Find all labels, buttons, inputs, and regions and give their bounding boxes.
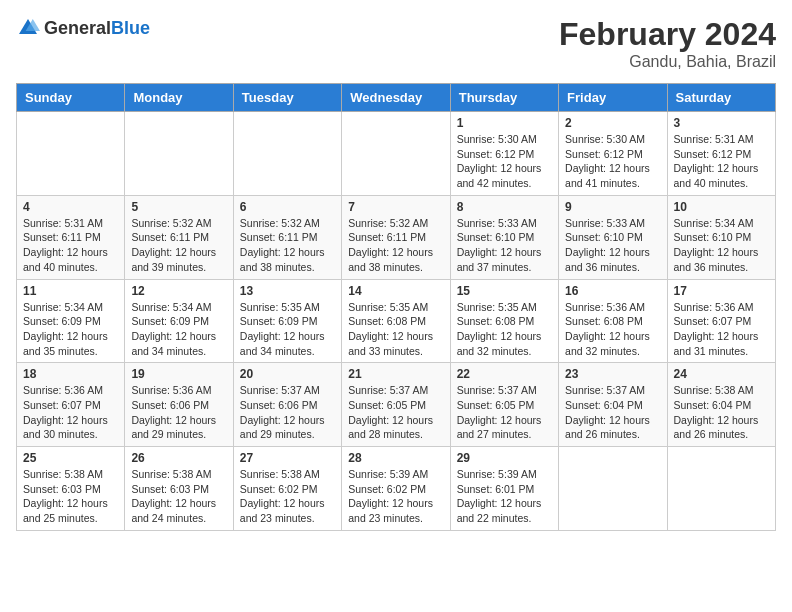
calendar-cell: 25Sunrise: 5:38 AM Sunset: 6:03 PM Dayli… <box>17 447 125 531</box>
calendar-week-row: 18Sunrise: 5:36 AM Sunset: 6:07 PM Dayli… <box>17 363 776 447</box>
weekday-header-row: SundayMondayTuesdayWednesdayThursdayFrid… <box>17 84 776 112</box>
day-number: 22 <box>457 367 552 381</box>
day-info: Sunrise: 5:33 AM Sunset: 6:10 PM Dayligh… <box>457 216 552 275</box>
day-number: 17 <box>674 284 769 298</box>
calendar-cell: 8Sunrise: 5:33 AM Sunset: 6:10 PM Daylig… <box>450 195 558 279</box>
calendar-header: SundayMondayTuesdayWednesdayThursdayFrid… <box>17 84 776 112</box>
weekday-header-wednesday: Wednesday <box>342 84 450 112</box>
calendar-cell: 21Sunrise: 5:37 AM Sunset: 6:05 PM Dayli… <box>342 363 450 447</box>
day-info: Sunrise: 5:34 AM Sunset: 6:09 PM Dayligh… <box>23 300 118 359</box>
calendar-cell: 27Sunrise: 5:38 AM Sunset: 6:02 PM Dayli… <box>233 447 341 531</box>
day-number: 19 <box>131 367 226 381</box>
calendar-body: 1Sunrise: 5:30 AM Sunset: 6:12 PM Daylig… <box>17 112 776 531</box>
day-number: 1 <box>457 116 552 130</box>
day-number: 14 <box>348 284 443 298</box>
day-number: 2 <box>565 116 660 130</box>
day-number: 4 <box>23 200 118 214</box>
day-info: Sunrise: 5:38 AM Sunset: 6:03 PM Dayligh… <box>131 467 226 526</box>
calendar-cell: 28Sunrise: 5:39 AM Sunset: 6:02 PM Dayli… <box>342 447 450 531</box>
calendar-cell: 24Sunrise: 5:38 AM Sunset: 6:04 PM Dayli… <box>667 363 775 447</box>
day-info: Sunrise: 5:36 AM Sunset: 6:08 PM Dayligh… <box>565 300 660 359</box>
page-header: GeneralBlue February 2024 Gandu, Bahia, … <box>16 16 776 71</box>
logo-icon <box>16 16 40 40</box>
calendar-cell: 19Sunrise: 5:36 AM Sunset: 6:06 PM Dayli… <box>125 363 233 447</box>
calendar-cell: 12Sunrise: 5:34 AM Sunset: 6:09 PM Dayli… <box>125 279 233 363</box>
day-number: 13 <box>240 284 335 298</box>
day-number: 16 <box>565 284 660 298</box>
calendar-cell: 6Sunrise: 5:32 AM Sunset: 6:11 PM Daylig… <box>233 195 341 279</box>
day-number: 20 <box>240 367 335 381</box>
day-info: Sunrise: 5:34 AM Sunset: 6:10 PM Dayligh… <box>674 216 769 275</box>
calendar-cell: 14Sunrise: 5:35 AM Sunset: 6:08 PM Dayli… <box>342 279 450 363</box>
calendar-week-row: 25Sunrise: 5:38 AM Sunset: 6:03 PM Dayli… <box>17 447 776 531</box>
day-info: Sunrise: 5:37 AM Sunset: 6:05 PM Dayligh… <box>457 383 552 442</box>
weekday-header-monday: Monday <box>125 84 233 112</box>
day-number: 9 <box>565 200 660 214</box>
calendar-cell <box>17 112 125 196</box>
logo-blue: Blue <box>111 18 150 38</box>
calendar-cell: 3Sunrise: 5:31 AM Sunset: 6:12 PM Daylig… <box>667 112 775 196</box>
calendar-cell: 9Sunrise: 5:33 AM Sunset: 6:10 PM Daylig… <box>559 195 667 279</box>
day-info: Sunrise: 5:35 AM Sunset: 6:08 PM Dayligh… <box>457 300 552 359</box>
day-info: Sunrise: 5:32 AM Sunset: 6:11 PM Dayligh… <box>131 216 226 275</box>
calendar-table: SundayMondayTuesdayWednesdayThursdayFrid… <box>16 83 776 531</box>
day-number: 24 <box>674 367 769 381</box>
location-subtitle: Gandu, Bahia, Brazil <box>559 53 776 71</box>
calendar-cell: 20Sunrise: 5:37 AM Sunset: 6:06 PM Dayli… <box>233 363 341 447</box>
day-info: Sunrise: 5:33 AM Sunset: 6:10 PM Dayligh… <box>565 216 660 275</box>
day-info: Sunrise: 5:39 AM Sunset: 6:02 PM Dayligh… <box>348 467 443 526</box>
day-info: Sunrise: 5:36 AM Sunset: 6:06 PM Dayligh… <box>131 383 226 442</box>
calendar-cell: 11Sunrise: 5:34 AM Sunset: 6:09 PM Dayli… <box>17 279 125 363</box>
day-number: 10 <box>674 200 769 214</box>
calendar-cell <box>233 112 341 196</box>
weekday-header-saturday: Saturday <box>667 84 775 112</box>
day-info: Sunrise: 5:37 AM Sunset: 6:05 PM Dayligh… <box>348 383 443 442</box>
calendar-cell <box>667 447 775 531</box>
day-info: Sunrise: 5:39 AM Sunset: 6:01 PM Dayligh… <box>457 467 552 526</box>
day-number: 11 <box>23 284 118 298</box>
logo-general: General <box>44 18 111 38</box>
day-number: 18 <box>23 367 118 381</box>
calendar-cell: 18Sunrise: 5:36 AM Sunset: 6:07 PM Dayli… <box>17 363 125 447</box>
day-number: 5 <box>131 200 226 214</box>
weekday-header-friday: Friday <box>559 84 667 112</box>
calendar-cell: 22Sunrise: 5:37 AM Sunset: 6:05 PM Dayli… <box>450 363 558 447</box>
title-section: February 2024 Gandu, Bahia, Brazil <box>559 16 776 71</box>
logo: GeneralBlue <box>16 16 150 40</box>
day-info: Sunrise: 5:37 AM Sunset: 6:04 PM Dayligh… <box>565 383 660 442</box>
calendar-cell: 1Sunrise: 5:30 AM Sunset: 6:12 PM Daylig… <box>450 112 558 196</box>
day-info: Sunrise: 5:38 AM Sunset: 6:04 PM Dayligh… <box>674 383 769 442</box>
day-info: Sunrise: 5:30 AM Sunset: 6:12 PM Dayligh… <box>457 132 552 191</box>
day-number: 6 <box>240 200 335 214</box>
month-year-title: February 2024 <box>559 16 776 53</box>
day-info: Sunrise: 5:36 AM Sunset: 6:07 PM Dayligh… <box>674 300 769 359</box>
weekday-header-sunday: Sunday <box>17 84 125 112</box>
calendar-cell: 2Sunrise: 5:30 AM Sunset: 6:12 PM Daylig… <box>559 112 667 196</box>
calendar-week-row: 1Sunrise: 5:30 AM Sunset: 6:12 PM Daylig… <box>17 112 776 196</box>
day-number: 27 <box>240 451 335 465</box>
weekday-header-tuesday: Tuesday <box>233 84 341 112</box>
calendar-cell <box>559 447 667 531</box>
weekday-header-thursday: Thursday <box>450 84 558 112</box>
day-info: Sunrise: 5:34 AM Sunset: 6:09 PM Dayligh… <box>131 300 226 359</box>
calendar-week-row: 4Sunrise: 5:31 AM Sunset: 6:11 PM Daylig… <box>17 195 776 279</box>
day-number: 8 <box>457 200 552 214</box>
calendar-week-row: 11Sunrise: 5:34 AM Sunset: 6:09 PM Dayli… <box>17 279 776 363</box>
day-number: 28 <box>348 451 443 465</box>
day-info: Sunrise: 5:35 AM Sunset: 6:08 PM Dayligh… <box>348 300 443 359</box>
calendar-cell: 23Sunrise: 5:37 AM Sunset: 6:04 PM Dayli… <box>559 363 667 447</box>
calendar-cell: 13Sunrise: 5:35 AM Sunset: 6:09 PM Dayli… <box>233 279 341 363</box>
calendar-cell: 16Sunrise: 5:36 AM Sunset: 6:08 PM Dayli… <box>559 279 667 363</box>
day-info: Sunrise: 5:37 AM Sunset: 6:06 PM Dayligh… <box>240 383 335 442</box>
calendar-cell: 26Sunrise: 5:38 AM Sunset: 6:03 PM Dayli… <box>125 447 233 531</box>
day-info: Sunrise: 5:30 AM Sunset: 6:12 PM Dayligh… <box>565 132 660 191</box>
day-number: 7 <box>348 200 443 214</box>
calendar-cell: 4Sunrise: 5:31 AM Sunset: 6:11 PM Daylig… <box>17 195 125 279</box>
calendar-cell <box>342 112 450 196</box>
calendar-cell: 5Sunrise: 5:32 AM Sunset: 6:11 PM Daylig… <box>125 195 233 279</box>
calendar-cell: 17Sunrise: 5:36 AM Sunset: 6:07 PM Dayli… <box>667 279 775 363</box>
calendar-cell: 7Sunrise: 5:32 AM Sunset: 6:11 PM Daylig… <box>342 195 450 279</box>
calendar-cell: 15Sunrise: 5:35 AM Sunset: 6:08 PM Dayli… <box>450 279 558 363</box>
day-number: 26 <box>131 451 226 465</box>
day-number: 23 <box>565 367 660 381</box>
